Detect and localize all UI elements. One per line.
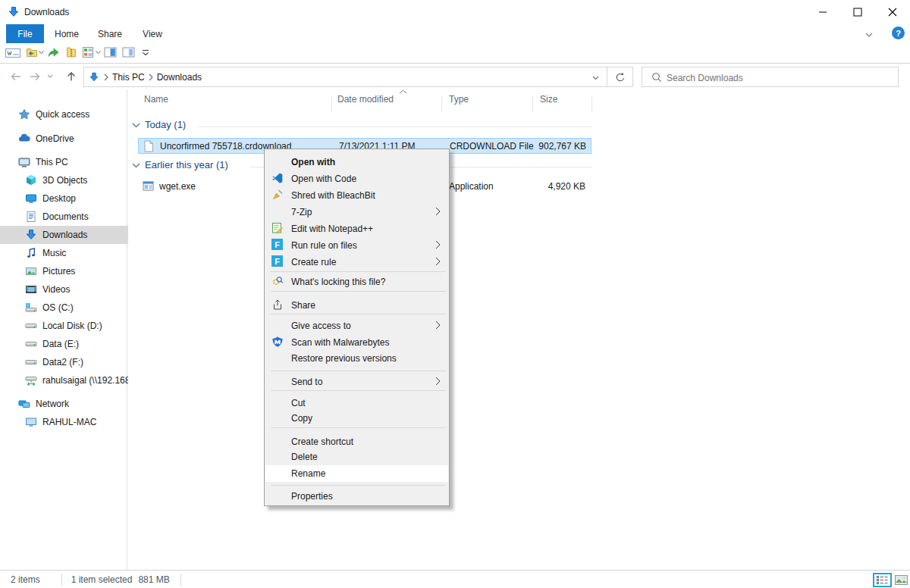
thumbnail-view-button[interactable] <box>894 574 908 586</box>
menu-item-create-rule[interactable]: F Create rule <box>265 254 448 270</box>
customize-toolbar-icon[interactable] <box>141 49 150 58</box>
sidebar-item-label: rahulsaigal (\\192.168 <box>42 375 130 386</box>
menu-item-give-access-to[interactable]: Give access to <box>265 317 448 333</box>
breadcrumb-chevron-icon[interactable] <box>103 74 109 81</box>
group-collapse-chevron-icon[interactable] <box>132 123 140 128</box>
sidebar-item-network[interactable]: Network <box>0 395 146 413</box>
menu-item-open-with-code[interactable]: Open with Code <box>265 170 448 186</box>
search-icon <box>651 72 662 83</box>
sidebar-item-label: OS (C:) <box>42 302 74 313</box>
status-bar: 2 items 1 item selected 881 MB <box>0 570 910 588</box>
drive-icon <box>25 356 37 368</box>
details-view-button[interactable] <box>873 573 892 587</box>
menu-item-7-zip[interactable]: 7-Zip <box>265 204 448 220</box>
breadcrumb-this-pc[interactable]: This PC <box>109 72 148 83</box>
sidebar-item-label: Desktop <box>42 193 76 204</box>
change-view-icon[interactable] <box>82 46 94 58</box>
tab-view[interactable]: View <box>133 24 171 43</box>
quick-access-toolbar <box>0 43 910 64</box>
details-view-icon <box>877 576 888 584</box>
sidebar-item-quick-access[interactable]: Quick access <box>0 105 146 124</box>
minimize-icon <box>818 8 827 17</box>
breadcrumb-chevron-icon[interactable] <box>148 74 154 81</box>
group-header-today[interactable]: Today (1) <box>145 119 186 130</box>
status-divider <box>180 574 181 586</box>
preview-pane-icon[interactable] <box>104 46 117 58</box>
column-divider[interactable] <box>441 96 442 111</box>
recent-locations-dropdown-icon[interactable] <box>47 74 53 79</box>
back-button[interactable] <box>9 70 22 83</box>
rename-box-icon[interactable] <box>5 48 20 58</box>
move-to-dropdown-icon[interactable] <box>39 51 44 55</box>
application-icon <box>143 180 154 192</box>
menu-separator <box>271 371 446 371</box>
details-pane-icon[interactable] <box>122 46 135 58</box>
address-bar[interactable]: This PC Downloads <box>83 67 607 87</box>
title-bar: Downloads <box>0 0 910 24</box>
forward-button[interactable] <box>29 70 42 83</box>
maximize-icon <box>853 8 862 17</box>
menu-item-share[interactable]: Share <box>265 297 448 313</box>
ribbon-tab-bar: File Home Share View ? <box>0 24 910 44</box>
tab-file[interactable]: File <box>6 24 44 43</box>
move-to-icon[interactable] <box>26 46 38 58</box>
share-arrow-icon[interactable] <box>47 46 60 58</box>
column-divider[interactable] <box>331 96 332 111</box>
menu-item-label: Properties <box>291 491 333 502</box>
group-header-earlier-this-year[interactable]: Earlier this year (1) <box>145 159 228 170</box>
menu-item-run-rule-on-files[interactable]: F Run rule on files <box>265 237 448 253</box>
group-collapse-chevron-icon[interactable] <box>132 163 140 168</box>
menu-item-delete[interactable]: Delete <box>265 449 448 464</box>
downloads-arrow-icon <box>25 229 37 241</box>
sidebar-item-label: Network <box>36 399 69 409</box>
minimize-button[interactable] <box>805 0 840 24</box>
menu-item-rename[interactable]: Rename <box>265 465 448 482</box>
sidebar-item-label: Quick access <box>36 109 89 120</box>
menu-item-scan-with-malwarebytes[interactable]: Scan with Malwarebytes <box>265 334 448 350</box>
change-view-dropdown-icon[interactable] <box>96 51 101 55</box>
network-drive-icon <box>25 374 37 386</box>
column-header-type[interactable]: Type <box>449 94 469 105</box>
menu-item-shred-with-bleachbit[interactable]: Shred with BleachBit <box>265 187 448 203</box>
breadcrumb-downloads[interactable]: Downloads <box>154 72 205 83</box>
up-button[interactable] <box>65 70 77 83</box>
column-header-name[interactable]: Name <box>144 94 168 105</box>
address-dropdown-icon[interactable] <box>592 76 599 80</box>
column-header-date-modified[interactable]: Date modified <box>337 94 394 105</box>
menu-item-label: Rename <box>291 468 325 479</box>
menu-item-label: Create shortcut <box>291 436 353 447</box>
menu-item-label: Restore previous versions <box>291 353 397 364</box>
tab-share[interactable]: Share <box>89 24 130 43</box>
file-page-icon <box>143 140 154 152</box>
sidebar-item-this-pc[interactable]: This PC <box>0 153 146 171</box>
zip-folder-icon[interactable] <box>65 46 77 58</box>
column-header-size[interactable]: Size <box>540 94 557 105</box>
help-button[interactable]: ? <box>892 27 905 39</box>
sidebar-item-onedrive[interactable]: OneDrive <box>0 130 146 148</box>
menu-item-restore-previous-versions[interactable]: Restore previous versions <box>265 350 448 366</box>
maximize-button[interactable] <box>840 0 875 24</box>
menu-item-edit-with-notepadpp[interactable]: Edit with Notepad++ <box>265 220 448 236</box>
search-input[interactable] <box>665 68 865 87</box>
sidebar-item-label: Data (E:) <box>42 339 79 349</box>
menu-item-send-to[interactable]: Send to <box>265 374 448 389</box>
sort-ascending-icon[interactable] <box>399 89 407 94</box>
ribbon-collapse-chevron-icon[interactable] <box>864 32 874 38</box>
close-button[interactable] <box>875 0 910 24</box>
music-note-icon <box>25 247 37 259</box>
menu-item-properties[interactable]: Properties <box>265 488 448 504</box>
search-box[interactable] <box>642 67 899 87</box>
menu-item-label: Copy <box>291 413 312 424</box>
menu-item-create-shortcut[interactable]: Create shortcut <box>265 433 448 449</box>
menu-item-open-with[interactable]: Open with <box>265 154 448 170</box>
column-divider[interactable] <box>592 96 592 111</box>
menu-item-cut[interactable]: Cut <box>265 395 448 411</box>
refresh-button[interactable] <box>607 67 633 87</box>
tab-home[interactable]: Home <box>47 24 86 43</box>
column-divider[interactable] <box>532 96 533 111</box>
menu-item-whats-locking-this-file[interactable]: What's locking this file? <box>265 274 448 289</box>
malwarebytes-icon <box>271 336 284 348</box>
pictures-icon <box>25 265 37 277</box>
sidebar-item-label: This PC <box>36 157 68 167</box>
menu-item-copy[interactable]: Copy <box>265 410 448 426</box>
